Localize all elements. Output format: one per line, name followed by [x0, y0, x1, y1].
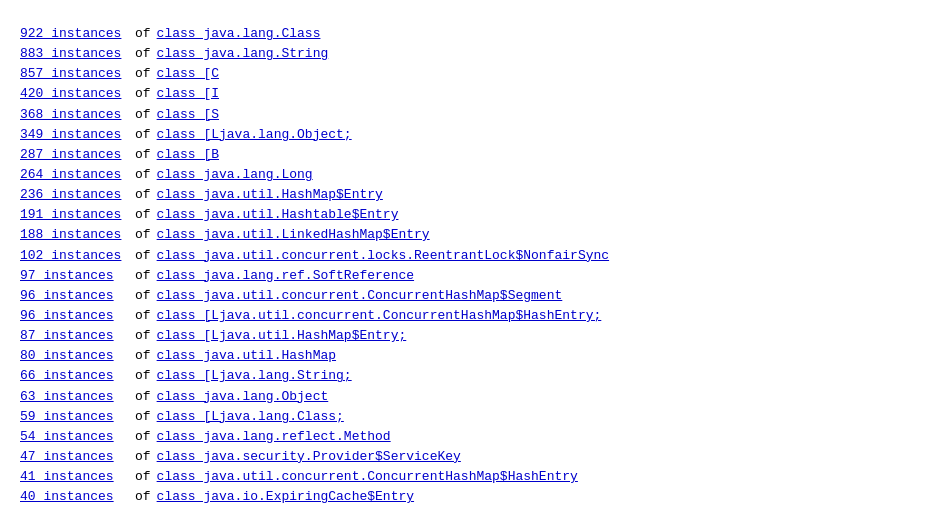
instance-count-link[interactable]: 54 instances: [20, 427, 135, 447]
class-name-link[interactable]: class java.lang.reflect.Method: [157, 427, 391, 447]
list-item: 102 instancesof class java.util.concurre…: [20, 246, 915, 266]
list-item: 368 instancesof class [S: [20, 105, 915, 125]
list-item: 40 instancesof class java.io.ExpiringCac…: [20, 487, 915, 507]
class-name-link[interactable]: class java.lang.Class: [157, 24, 321, 44]
of-label: of: [135, 84, 151, 104]
list-item: 80 instancesof class java.util.HashMap: [20, 346, 915, 366]
list-item: 63 instancesof class java.lang.Object: [20, 387, 915, 407]
class-name-link[interactable]: class java.security.Provider$ServiceKey: [157, 447, 461, 467]
instance-count-link[interactable]: 922 instances: [20, 24, 135, 44]
class-name-link[interactable]: class [C: [157, 64, 219, 84]
class-name-link[interactable]: class [Ljava.lang.Object;: [157, 125, 352, 145]
of-label: of: [135, 165, 151, 185]
instance-count-link[interactable]: 63 instances: [20, 387, 135, 407]
class-name-link[interactable]: class java.lang.Long: [157, 165, 313, 185]
instance-count-link[interactable]: 287 instances: [20, 145, 135, 165]
class-name-link[interactable]: class [Ljava.util.concurrent.ConcurrentH…: [157, 306, 602, 326]
list-item: 349 instancesof class [Ljava.lang.Object…: [20, 125, 915, 145]
of-label: of: [135, 105, 151, 125]
class-name-link[interactable]: class java.lang.ref.SoftReference: [157, 266, 414, 286]
of-label: of: [135, 64, 151, 84]
list-item: 287 instancesof class [B: [20, 145, 915, 165]
of-label: of: [135, 225, 151, 245]
instance-count-link[interactable]: 857 instances: [20, 64, 135, 84]
of-label: of: [135, 326, 151, 346]
of-label: of: [135, 407, 151, 427]
of-label: of: [135, 387, 151, 407]
list-item: 47 instancesof class java.security.Provi…: [20, 447, 915, 467]
of-label: of: [135, 467, 151, 487]
list-item: 59 instancesof class [Ljava.lang.Class;: [20, 407, 915, 427]
instance-count-link[interactable]: 97 instances: [20, 266, 135, 286]
instance-count-link[interactable]: 349 instances: [20, 125, 135, 145]
list-item: 66 instancesof class [Ljava.lang.String;: [20, 366, 915, 386]
list-item: 188 instancesof class java.util.LinkedHa…: [20, 225, 915, 245]
class-name-link[interactable]: class java.util.Hashtable$Entry: [157, 205, 399, 225]
instance-count-link[interactable]: 191 instances: [20, 205, 135, 225]
list-item: 236 instancesof class java.util.HashMap$…: [20, 185, 915, 205]
instance-count-link[interactable]: 188 instances: [20, 225, 135, 245]
instance-count-link[interactable]: 47 instances: [20, 447, 135, 467]
instance-list: 922 instancesof class java.lang.Class883…: [20, 24, 915, 510]
class-name-link[interactable]: class [Ljava.lang.String;: [157, 366, 352, 386]
instance-count-link[interactable]: 66 instances: [20, 366, 135, 386]
list-item: 922 instancesof class java.lang.Class: [20, 24, 915, 44]
list-item: 41 instancesof class java.util.concurren…: [20, 467, 915, 487]
class-name-link[interactable]: class java.lang.Object: [157, 387, 329, 407]
class-name-link[interactable]: class java.util.HashMap: [157, 346, 336, 366]
instance-count-link[interactable]: 102 instances: [20, 246, 135, 266]
class-name-link[interactable]: class [I: [157, 84, 219, 104]
of-label: of: [135, 24, 151, 44]
class-name-link[interactable]: class [Ljava.util.HashMap$Entry;: [157, 326, 407, 346]
of-label: of: [135, 366, 151, 386]
of-label: of: [135, 205, 151, 225]
class-name-link[interactable]: class java.util.concurrent.ConcurrentHas…: [157, 286, 563, 306]
class-name-link[interactable]: class java.util.concurrent.ConcurrentHas…: [157, 467, 578, 487]
class-name-link[interactable]: class java.util.concurrent.locks.Reentra…: [157, 246, 609, 266]
list-item: 883 instancesof class java.lang.String: [20, 44, 915, 64]
of-label: of: [135, 246, 151, 266]
list-item: 264 instancesof class java.lang.Long: [20, 165, 915, 185]
instance-count-link[interactable]: 368 instances: [20, 105, 135, 125]
class-name-link[interactable]: class java.util.HashMap$Entry: [157, 185, 383, 205]
of-label: of: [135, 145, 151, 165]
instance-count-link[interactable]: 236 instances: [20, 185, 135, 205]
list-item: 191 instancesof class java.util.Hashtabl…: [20, 205, 915, 225]
of-label: of: [135, 266, 151, 286]
class-name-link[interactable]: class [S: [157, 105, 219, 125]
list-item: 420 instancesof class [I: [20, 84, 915, 104]
list-item: 97 instancesof class java.lang.ref.SoftR…: [20, 266, 915, 286]
instance-count-link[interactable]: 87 instances: [20, 326, 135, 346]
of-label: of: [135, 346, 151, 366]
of-label: of: [135, 306, 151, 326]
instance-count-link[interactable]: 883 instances: [20, 44, 135, 64]
list-item: 54 instancesof class java.lang.reflect.M…: [20, 427, 915, 447]
of-label: of: [135, 185, 151, 205]
of-label: of: [135, 125, 151, 145]
instance-count-link[interactable]: 96 instances: [20, 306, 135, 326]
of-label: of: [135, 44, 151, 64]
list-item: 96 instancesof class java.util.concurren…: [20, 286, 915, 306]
of-label: of: [135, 487, 151, 507]
instance-count-link[interactable]: 41 instances: [20, 467, 135, 487]
instance-count-link[interactable]: 59 instances: [20, 407, 135, 427]
instance-count-link[interactable]: 40 instances: [20, 487, 135, 507]
class-name-link[interactable]: class [B: [157, 145, 219, 165]
class-name-link[interactable]: class java.lang.String: [157, 44, 329, 64]
class-name-link[interactable]: class java.util.LinkedHashMap$Entry: [157, 225, 430, 245]
list-item: 87 instancesof class [Ljava.util.HashMap…: [20, 326, 915, 346]
instance-count-link[interactable]: 96 instances: [20, 286, 135, 306]
list-item: 96 instancesof class [Ljava.util.concurr…: [20, 306, 915, 326]
of-label: of: [135, 427, 151, 447]
list-item: 857 instancesof class [C: [20, 64, 915, 84]
instance-count-link[interactable]: 264 instances: [20, 165, 135, 185]
of-label: of: [135, 286, 151, 306]
instance-count-link[interactable]: 80 instances: [20, 346, 135, 366]
class-name-link[interactable]: class java.io.ExpiringCache$Entry: [157, 487, 414, 507]
class-name-link[interactable]: class [Ljava.lang.Class;: [157, 407, 344, 427]
of-label: of: [135, 447, 151, 467]
instance-count-link[interactable]: 420 instances: [20, 84, 135, 104]
